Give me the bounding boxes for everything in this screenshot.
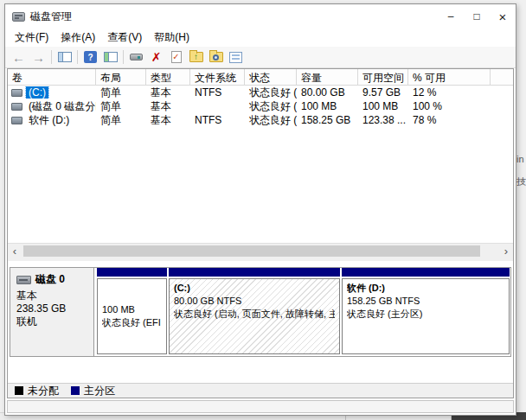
minimize-button[interactable]: – xyxy=(438,4,464,29)
folder-search-icon xyxy=(209,52,223,62)
toolbar-separator xyxy=(77,50,78,64)
maximize-button[interactable]: □ xyxy=(464,4,490,29)
cell-filesystem: NTFS xyxy=(190,86,245,99)
forward-icon: → xyxy=(32,51,45,64)
cell-free-space: 9.57 GB xyxy=(358,86,408,99)
delete-volume-button[interactable]: ✗ xyxy=(146,48,166,67)
scroll-right-button[interactable]: › xyxy=(499,244,513,258)
volume-icon xyxy=(11,103,22,111)
partition-color-bar xyxy=(97,268,167,277)
open-folder-button[interactable]: ↑ xyxy=(186,48,206,67)
console-pane: 卷 布局 类型 文件系统 状态 容量 可用空间 % 可用 (C:) 简单 基本 xyxy=(7,68,514,398)
partition-strip: 100 MB 状态良好 (EFI (C:) 80.00 GB NTFS 状态良好… xyxy=(94,268,510,356)
properties-icon xyxy=(229,52,242,63)
menu-help[interactable]: 帮助(H) xyxy=(148,29,196,47)
partition-color-bar xyxy=(342,268,510,277)
toolbar: ← → ? ✗ ✓ ↑ xyxy=(5,47,516,68)
column-header-volume[interactable]: 卷 xyxy=(8,69,96,85)
toolbar-separator xyxy=(51,50,52,64)
disk-tool-button[interactable] xyxy=(126,48,146,67)
unallocated-swatch xyxy=(15,386,23,395)
disk-0-row: 磁盘 0 基本 238.35 GB 联机 100 MB 状态良好 (EFI xyxy=(10,267,511,357)
cell-capacity: 80.00 GB xyxy=(297,86,358,99)
scrollbar-thumb[interactable] xyxy=(23,245,480,257)
cell-free-space: 123.38 ... xyxy=(358,114,408,126)
disk-management-window: 磁盘管理 – □ × 文件(F) 操作(A) 查看(V) 帮助(H) ← → ? xyxy=(4,3,516,416)
column-header-type[interactable]: 类型 xyxy=(146,69,190,85)
console-tree-icon xyxy=(58,52,72,62)
legend-label: 未分配 xyxy=(28,384,59,398)
volume-name: 软件 (D:) xyxy=(26,114,72,126)
volume-list: 卷 布局 类型 文件系统 状态 容量 可用空间 % 可用 (C:) 简单 基本 xyxy=(8,69,513,258)
legend-bar: 未分配 主分区 xyxy=(8,383,513,398)
properties-button[interactable] xyxy=(226,48,246,67)
partition-size: 158.25 GB NTFS xyxy=(347,295,504,308)
column-header-capacity[interactable]: 容量 xyxy=(297,69,358,85)
show-action-pane-button[interactable] xyxy=(100,48,120,67)
action-pane-icon xyxy=(104,52,118,62)
cell-status: 状态良好 (... xyxy=(245,86,297,100)
cell-percent-free: 12 % xyxy=(408,86,491,99)
cell-status: 状态良好 (... xyxy=(245,99,297,114)
cell-type: 基本 xyxy=(146,99,190,114)
partition-c[interactable]: (C:) 80.00 GB NTFS 状态良好 (启动, 页面文件, 故障转储,… xyxy=(168,268,341,356)
menu-action[interactable]: 操作(A) xyxy=(55,29,101,47)
cell-percent-free: 78 % xyxy=(408,114,491,126)
disk-icon xyxy=(16,276,31,284)
disk-management-app-icon xyxy=(12,12,25,22)
cell-capacity: 100 MB xyxy=(297,100,358,112)
horizontal-scrollbar[interactable]: ‹ › xyxy=(8,243,513,258)
background-text-fragment: 技 xyxy=(516,175,526,188)
back-icon: ← xyxy=(12,51,25,64)
scroll-left-button[interactable]: ‹ xyxy=(8,244,22,258)
cell-layout: 简单 xyxy=(96,99,146,114)
cell-percent-free: 100 % xyxy=(408,100,491,112)
window-controls: – □ × xyxy=(438,4,516,29)
legend-label: 主分区 xyxy=(84,384,115,398)
partition-size: 100 MB xyxy=(102,303,162,316)
title-bar[interactable]: 磁盘管理 – □ × xyxy=(5,4,516,29)
help-button[interactable]: ? xyxy=(80,48,100,67)
explore-button[interactable] xyxy=(206,48,226,67)
cell-type: 基本 xyxy=(146,113,190,128)
forward-button[interactable]: → xyxy=(29,48,48,67)
partition-efi[interactable]: 100 MB 状态良好 (EFI xyxy=(96,268,168,356)
mark-partition-button[interactable]: ✓ xyxy=(166,48,186,67)
partition-label: (C:) xyxy=(174,282,335,295)
volume-list-header: 卷 布局 类型 文件系统 状态 容量 可用空间 % 可用 xyxy=(8,69,513,86)
partition-status: 状态良好 (主分区) xyxy=(347,308,504,321)
column-header-layout[interactable]: 布局 xyxy=(96,69,146,85)
show-console-tree-button[interactable] xyxy=(55,48,74,67)
column-header-filesystem[interactable]: 文件系统 xyxy=(190,69,245,85)
partition-color-bar xyxy=(169,268,340,277)
volume-icon xyxy=(11,117,22,124)
cell-type: 基本 xyxy=(146,86,190,100)
cell-status: 状态良好 (... xyxy=(245,113,297,128)
partition-status: 状态良好 (EFI xyxy=(102,316,162,329)
table-row-efi-partition[interactable]: (磁盘 0 磁盘分区 1) 简单 基本 状态良好 (... 100 MB 100… xyxy=(8,99,513,113)
table-row-volume-c[interactable]: (C:) 简单 基本 NTFS 状态良好 (... 80.00 GB 9.57 … xyxy=(8,86,513,99)
folder-up-icon: ↑ xyxy=(189,52,203,62)
partition-d[interactable]: 软件 (D:) 158.25 GB NTFS 状态良好 (主分区) xyxy=(341,268,510,356)
column-header-free-space[interactable]: 可用空间 xyxy=(358,69,408,85)
disk-graphical-view: 磁盘 0 基本 238.35 GB 联机 100 MB 状态良好 (EFI xyxy=(8,261,513,383)
disk-size: 238.35 GB xyxy=(16,302,87,315)
back-button[interactable]: ← xyxy=(9,48,29,67)
disk-name: 磁盘 0 xyxy=(35,272,65,287)
table-row-volume-d[interactable]: 软件 (D:) 简单 基本 NTFS 状态良好 (... 158.25 GB 1… xyxy=(8,113,513,127)
column-header-percent-free[interactable]: % 可用 xyxy=(408,69,491,85)
close-button[interactable]: × xyxy=(490,4,516,29)
legend-unallocated: 未分配 xyxy=(15,384,59,398)
legend-primary-partition: 主分区 xyxy=(71,384,115,398)
menu-file[interactable]: 文件(F) xyxy=(9,29,55,47)
volume-name: (C:) xyxy=(26,86,48,99)
help-icon: ? xyxy=(84,51,97,63)
disk-tool-icon xyxy=(130,54,143,60)
disk-0-info-panel[interactable]: 磁盘 0 基本 238.35 GB 联机 xyxy=(10,268,94,356)
menu-view[interactable]: 查看(V) xyxy=(101,29,148,47)
screen: in 技 磁盘管理 – □ × 文件(F) 操作(A) 查看(V) 帮助(H) … xyxy=(0,0,526,420)
window-title: 磁盘管理 xyxy=(30,10,72,24)
partition-label: 软件 (D:) xyxy=(347,282,504,295)
column-header-status[interactable]: 状态 xyxy=(245,69,297,85)
volume-icon xyxy=(11,89,22,97)
